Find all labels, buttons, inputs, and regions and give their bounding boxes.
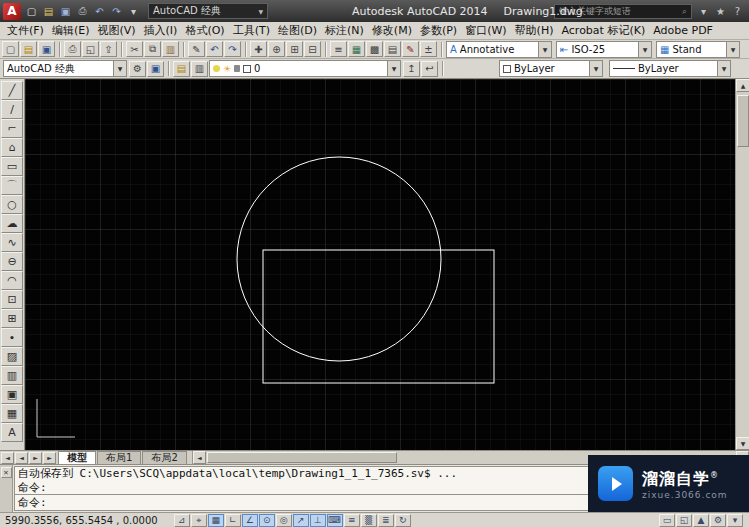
save-icon[interactable]: ▣ [57,3,74,20]
open-icon[interactable]: ▤ [40,3,57,20]
quick-view-layouts-icon[interactable]: ◱ [676,514,692,527]
undo-icon[interactable]: ↶ [206,41,223,57]
scroll-down-icon[interactable]: ▼ [736,437,749,450]
search-icon[interactable]: ⌕ [682,6,687,17]
menu-item-2[interactable]: 视图(V) [93,23,139,39]
chevron-down-icon[interactable]: ▼ [113,61,126,76]
paste-icon[interactable]: ▥ [162,41,179,57]
properties-icon[interactable]: ≡ [330,41,347,57]
quick-properties-icon[interactable]: ≣ [378,514,394,527]
menu-item-9[interactable]: 参数(P) [416,23,461,39]
horizontal-scrollbar-thumb[interactable] [207,452,397,463]
sheet-set-manager-icon[interactable]: ▤ [384,41,401,57]
cut-icon[interactable]: ✂ [126,41,143,57]
make-block-tool-icon[interactable]: ⊞ [1,309,23,328]
markup-icon[interactable]: ✎ [402,41,419,57]
qat-menu-icon[interactable]: ▾ [125,3,142,20]
revision-cloud-tool-icon[interactable]: ☁ [1,214,23,233]
insert-block-tool-icon[interactable]: ⊡ [1,290,23,309]
circle-tool-icon[interactable]: ○ [1,195,23,214]
help-icon[interactable]: ? [729,3,746,20]
exchange-apps-icon[interactable]: ★ [712,3,729,20]
tool-palettes-icon[interactable]: ▩ [366,41,383,57]
model-paper-toggle-icon[interactable]: ▭ [659,514,675,527]
open-icon[interactable]: ▤ [20,41,37,57]
save-icon[interactable]: ▣ [38,41,55,57]
tab-layout2[interactable]: 布局2 [142,451,186,464]
annotation-scale-icon[interactable]: ▲ [693,514,709,527]
menu-item-1[interactable]: 编辑(E) [48,23,94,39]
vertical-scrollbar[interactable]: ▲ ▼ [735,79,749,450]
dim-style-dropdown[interactable]: ⇤ ISO-25 ▼ [556,41,652,58]
arc-tool-icon[interactable]: ⌒ [1,176,23,195]
vertical-scrollbar-thumb[interactable] [737,95,749,147]
layer-previous-icon[interactable]: ↩ [421,61,438,77]
table-style-dropdown[interactable]: ▦ Stand ▼ [656,41,740,58]
app-logo-icon[interactable]: A [3,3,21,20]
layer-properties-icon[interactable]: ▤ [173,61,190,77]
plot-icon[interactable]: ⎙ [64,41,81,57]
drawing-canvas[interactable] [25,79,735,450]
table-tool-icon[interactable]: ▦ [1,404,23,423]
menu-item-11[interactable]: 帮助(H) [511,23,558,39]
redo-icon[interactable]: ↷ [224,41,241,57]
menu-item-7[interactable]: 标注(N) [321,23,368,39]
menu-item-8[interactable]: 修改(M) [368,23,416,39]
layer-states-icon[interactable]: ▥ [191,61,208,77]
menu-item-5[interactable]: 工具(T) [229,23,274,39]
prev-tab-icon[interactable]: ◄ [15,452,28,464]
save-workspace-icon[interactable]: ▣ [147,61,164,77]
gradient-tool-icon[interactable]: ▥ [1,366,23,385]
scroll-left-icon[interactable]: ◄ [193,451,206,464]
tab-model[interactable]: 模型 [58,451,96,464]
construction-line-tool-icon[interactable]: ∕ [1,100,23,119]
zoom-window-icon[interactable]: ⊞ [286,41,303,57]
copy-icon[interactable]: ⧉ [144,41,161,57]
next-tab-icon[interactable]: ► [29,452,42,464]
tab-layout1[interactable]: 布局1 [97,451,141,464]
chevron-down-icon[interactable]: ▼ [717,61,730,76]
qnew-icon[interactable]: ▢ [2,41,19,57]
text-style-dropdown[interactable]: A Annotative ▼ [446,41,552,58]
dynamic-input-icon[interactable]: ⌨ [327,514,343,527]
rectangle-shape[interactable] [263,250,494,383]
3d-object-snap-icon[interactable]: ◎ [276,514,292,527]
polyline-tool-icon[interactable]: ⌐ [1,119,23,138]
infer-constraints-icon[interactable]: ⊿ [174,514,190,527]
snap-icon[interactable]: ⌖ [191,514,207,527]
scroll-up-icon[interactable]: ▲ [736,79,749,92]
selection-cycling-icon[interactable]: ↻ [395,514,411,527]
lineweight-icon[interactable]: ≡ [344,514,360,527]
circle-shape[interactable] [237,157,441,361]
first-tab-icon[interactable]: ◄ [1,452,14,464]
menu-item-12[interactable]: Acrobat 标记(K) [557,23,649,39]
menu-item-6[interactable]: 绘图(D) [274,23,321,39]
grid-icon[interactable]: ▦ [208,514,224,527]
workspace-toolbar-dropdown[interactable]: AutoCAD 经典 ▼ [3,60,127,77]
hatch-tool-icon[interactable]: ▨ [1,347,23,366]
workspace-switching-icon[interactable]: ⚙ [710,514,726,527]
ellipse-tool-icon[interactable]: ⊖ [1,252,23,271]
dynamic-ucs-icon[interactable]: ⊥ [310,514,326,527]
color-dropdown[interactable]: ByLayer ▼ [499,60,603,77]
qnew-icon[interactable]: ▢ [23,3,40,20]
menu-item-10[interactable]: 窗口(W) [461,23,510,39]
sign-in-icon[interactable]: ▾ [695,3,712,20]
workspace-dropdown[interactable]: AutoCAD 经典 ▼ [148,3,268,19]
publish-icon[interactable]: ⇪ [100,41,117,57]
region-tool-icon[interactable]: ▣ [1,385,23,404]
last-tab-icon[interactable]: ► [43,452,56,464]
mtext-tool-icon[interactable]: A [1,423,23,442]
chevron-down-icon[interactable]: ▼ [638,42,651,57]
menu-item-0[interactable]: 文件(F) [3,23,48,39]
plot-preview-icon[interactable]: ◱ [82,41,99,57]
chevron-down-icon[interactable]: ▼ [538,42,551,57]
polar-tracking-icon[interactable]: ∠ [242,514,258,527]
zoom-previous-icon[interactable]: ⊟ [304,41,321,57]
command-window-grip[interactable]: ✕ [0,465,13,512]
menu-item-13[interactable]: Adobe PDF [649,23,717,39]
designcenter-icon[interactable]: ▦ [348,41,365,57]
object-snap-tracking-icon[interactable]: ↗ [293,514,309,527]
close-icon[interactable]: ✕ [1,467,12,478]
ellipse-arc-tool-icon[interactable]: ◠ [1,271,23,290]
